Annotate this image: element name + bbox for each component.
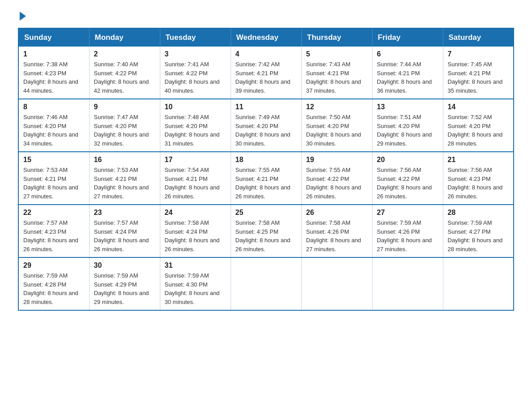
calendar-cell: 6 Sunrise: 7:44 AMSunset: 4:21 PMDayligh… <box>372 47 443 99</box>
day-detail: Sunrise: 7:57 AMSunset: 4:23 PMDaylight:… <box>23 218 85 253</box>
day-detail: Sunrise: 7:59 AMSunset: 4:26 PMDaylight:… <box>377 218 438 253</box>
day-detail: Sunrise: 7:59 AMSunset: 4:29 PMDaylight:… <box>94 271 155 306</box>
day-detail: Sunrise: 7:40 AMSunset: 4:22 PMDaylight:… <box>94 60 155 95</box>
day-detail: Sunrise: 7:55 AMSunset: 4:22 PMDaylight:… <box>306 166 368 201</box>
calendar-cell: 2 Sunrise: 7:40 AMSunset: 4:22 PMDayligh… <box>89 47 160 99</box>
calendar-cell: 31 Sunrise: 7:59 AMSunset: 4:30 PMDaylig… <box>160 257 231 310</box>
day-detail: Sunrise: 7:43 AMSunset: 4:21 PMDaylight:… <box>306 60 368 95</box>
logo-arrow-icon <box>20 12 26 21</box>
day-detail: Sunrise: 7:52 AMSunset: 4:20 PMDaylight:… <box>448 113 509 148</box>
calendar-cell <box>231 257 301 310</box>
day-number: 8 <box>23 103 85 111</box>
day-detail: Sunrise: 7:45 AMSunset: 4:21 PMDaylight:… <box>448 60 509 95</box>
header-day-sunday: Sunday <box>18 28 89 47</box>
calendar-cell: 8 Sunrise: 7:46 AMSunset: 4:20 PMDayligh… <box>18 99 89 152</box>
calendar-cell <box>372 257 443 310</box>
day-detail: Sunrise: 7:59 AMSunset: 4:30 PMDaylight:… <box>165 271 226 306</box>
day-detail: Sunrise: 7:56 AMSunset: 4:22 PMDaylight:… <box>377 166 438 201</box>
header-day-tuesday: Tuesday <box>160 28 231 47</box>
day-detail: Sunrise: 7:58 AMSunset: 4:24 PMDaylight:… <box>165 218 226 253</box>
calendar-cell: 22 Sunrise: 7:57 AMSunset: 4:23 PMDaylig… <box>18 205 89 257</box>
day-number: 25 <box>236 209 297 217</box>
day-number: 20 <box>377 156 438 164</box>
calendar-table: SundayMondayTuesdayWednesdayThursdayFrid… <box>18 28 514 311</box>
header-row: SundayMondayTuesdayWednesdayThursdayFrid… <box>18 28 514 47</box>
calendar-cell: 1 Sunrise: 7:38 AMSunset: 4:23 PMDayligh… <box>18 47 89 99</box>
week-row-4: 22 Sunrise: 7:57 AMSunset: 4:23 PMDaylig… <box>18 205 514 257</box>
day-number: 19 <box>306 156 368 164</box>
day-number: 31 <box>165 261 226 270</box>
day-detail: Sunrise: 7:46 AMSunset: 4:20 PMDaylight:… <box>23 113 85 148</box>
day-detail: Sunrise: 7:56 AMSunset: 4:23 PMDaylight:… <box>448 166 509 201</box>
day-detail: Sunrise: 7:47 AMSunset: 4:20 PMDaylight:… <box>94 113 155 148</box>
day-number: 11 <box>236 103 297 111</box>
calendar-cell: 19 Sunrise: 7:55 AMSunset: 4:22 PMDaylig… <box>301 152 372 205</box>
day-detail: Sunrise: 7:50 AMSunset: 4:20 PMDaylight:… <box>306 113 368 148</box>
day-number: 23 <box>94 209 155 217</box>
header-day-thursday: Thursday <box>301 28 372 47</box>
calendar-cell: 20 Sunrise: 7:56 AMSunset: 4:22 PMDaylig… <box>372 152 443 205</box>
calendar-cell: 24 Sunrise: 7:58 AMSunset: 4:24 PMDaylig… <box>160 205 231 257</box>
calendar-cell <box>301 257 372 310</box>
day-number: 26 <box>306 209 368 217</box>
day-detail: Sunrise: 7:49 AMSunset: 4:20 PMDaylight:… <box>236 113 297 148</box>
day-detail: Sunrise: 7:53 AMSunset: 4:21 PMDaylight:… <box>23 166 85 201</box>
day-number: 30 <box>94 261 155 270</box>
calendar-cell: 10 Sunrise: 7:48 AMSunset: 4:20 PMDaylig… <box>160 99 231 152</box>
day-detail: Sunrise: 7:41 AMSunset: 4:22 PMDaylight:… <box>165 60 226 95</box>
day-number: 15 <box>23 156 85 164</box>
day-number: 3 <box>165 50 226 58</box>
day-number: 1 <box>23 50 85 58</box>
day-detail: Sunrise: 7:58 AMSunset: 4:25 PMDaylight:… <box>236 218 297 253</box>
day-number: 14 <box>448 103 509 111</box>
day-number: 12 <box>306 103 368 111</box>
calendar-cell: 11 Sunrise: 7:49 AMSunset: 4:20 PMDaylig… <box>231 99 301 152</box>
day-number: 24 <box>165 209 226 217</box>
day-detail: Sunrise: 7:57 AMSunset: 4:24 PMDaylight:… <box>94 218 155 253</box>
calendar-cell: 16 Sunrise: 7:53 AMSunset: 4:21 PMDaylig… <box>89 152 160 205</box>
day-number: 21 <box>448 156 509 164</box>
calendar-cell: 26 Sunrise: 7:58 AMSunset: 4:26 PMDaylig… <box>301 205 372 257</box>
day-detail: Sunrise: 7:55 AMSunset: 4:21 PMDaylight:… <box>236 166 297 201</box>
day-number: 28 <box>448 209 509 217</box>
day-number: 17 <box>165 156 226 164</box>
calendar-cell: 21 Sunrise: 7:56 AMSunset: 4:23 PMDaylig… <box>443 152 514 205</box>
day-number: 9 <box>94 103 155 111</box>
calendar-body: 1 Sunrise: 7:38 AMSunset: 4:23 PMDayligh… <box>18 47 514 310</box>
day-detail: Sunrise: 7:59 AMSunset: 4:28 PMDaylight:… <box>23 271 85 306</box>
day-detail: Sunrise: 7:59 AMSunset: 4:27 PMDaylight:… <box>448 218 509 253</box>
calendar-cell: 15 Sunrise: 7:53 AMSunset: 4:21 PMDaylig… <box>18 152 89 205</box>
header-day-wednesday: Wednesday <box>231 28 301 47</box>
calendar-cell: 13 Sunrise: 7:51 AMSunset: 4:20 PMDaylig… <box>372 99 443 152</box>
day-number: 16 <box>94 156 155 164</box>
day-number: 27 <box>377 209 438 217</box>
day-number: 7 <box>448 50 509 58</box>
calendar-header: SundayMondayTuesdayWednesdayThursdayFrid… <box>18 28 514 47</box>
calendar-cell: 5 Sunrise: 7:43 AMSunset: 4:21 PMDayligh… <box>301 47 372 99</box>
header-day-friday: Friday <box>372 28 443 47</box>
calendar-cell: 17 Sunrise: 7:54 AMSunset: 4:21 PMDaylig… <box>160 152 231 205</box>
day-detail: Sunrise: 7:44 AMSunset: 4:21 PMDaylight:… <box>377 60 438 95</box>
calendar-cell: 18 Sunrise: 7:55 AMSunset: 4:21 PMDaylig… <box>231 152 301 205</box>
calendar-cell: 25 Sunrise: 7:58 AMSunset: 4:25 PMDaylig… <box>231 205 301 257</box>
calendar-cell: 28 Sunrise: 7:59 AMSunset: 4:27 PMDaylig… <box>443 205 514 257</box>
calendar-cell: 9 Sunrise: 7:47 AMSunset: 4:20 PMDayligh… <box>89 99 160 152</box>
calendar-cell: 29 Sunrise: 7:59 AMSunset: 4:28 PMDaylig… <box>18 257 89 310</box>
day-detail: Sunrise: 7:54 AMSunset: 4:21 PMDaylight:… <box>165 166 226 201</box>
calendar-cell: 12 Sunrise: 7:50 AMSunset: 4:20 PMDaylig… <box>301 99 372 152</box>
calendar-cell: 23 Sunrise: 7:57 AMSunset: 4:24 PMDaylig… <box>89 205 160 257</box>
day-number: 29 <box>23 261 85 270</box>
day-number: 2 <box>94 50 155 58</box>
week-row-2: 8 Sunrise: 7:46 AMSunset: 4:20 PMDayligh… <box>18 99 514 152</box>
day-detail: Sunrise: 7:48 AMSunset: 4:20 PMDaylight:… <box>165 113 226 148</box>
week-row-5: 29 Sunrise: 7:59 AMSunset: 4:28 PMDaylig… <box>18 257 514 310</box>
calendar-cell: 30 Sunrise: 7:59 AMSunset: 4:29 PMDaylig… <box>89 257 160 310</box>
day-number: 18 <box>236 156 297 164</box>
day-detail: Sunrise: 7:51 AMSunset: 4:20 PMDaylight:… <box>377 113 438 148</box>
calendar-cell: 14 Sunrise: 7:52 AMSunset: 4:20 PMDaylig… <box>443 99 514 152</box>
day-detail: Sunrise: 7:42 AMSunset: 4:21 PMDaylight:… <box>236 60 297 95</box>
header-day-monday: Monday <box>89 28 160 47</box>
week-row-1: 1 Sunrise: 7:38 AMSunset: 4:23 PMDayligh… <box>18 47 514 99</box>
day-number: 6 <box>377 50 438 58</box>
page-header <box>18 13 514 19</box>
